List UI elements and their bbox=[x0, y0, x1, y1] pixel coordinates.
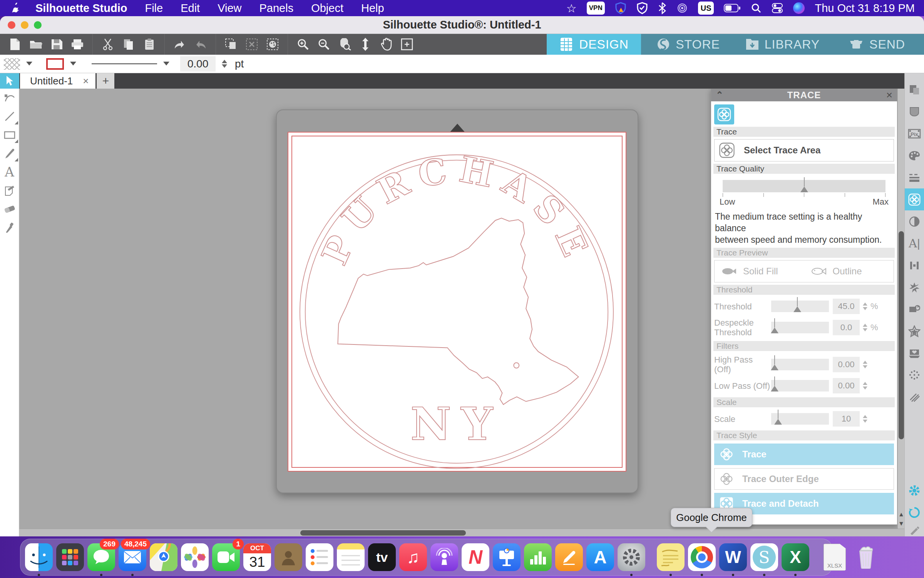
undo-icon[interactable] bbox=[173, 38, 186, 51]
dock-item-maps[interactable] bbox=[150, 541, 177, 573]
menu-view[interactable]: View bbox=[218, 2, 241, 15]
pan-hand-icon[interactable] bbox=[380, 38, 393, 51]
paste-in-front-icon[interactable] bbox=[224, 38, 238, 51]
text-style-panel-icon[interactable]: A| bbox=[905, 232, 924, 254]
stroke-dropdown-icon[interactable] bbox=[70, 62, 76, 69]
zoom-selection-icon[interactable] bbox=[338, 38, 351, 51]
scale-slider[interactable] bbox=[771, 413, 829, 425]
line-tool[interactable] bbox=[0, 107, 19, 126]
canvas-area[interactable]: PURCHASE NY ⌃ TRACE × bbox=[19, 89, 904, 529]
point-edit-tool[interactable] bbox=[0, 89, 19, 107]
print-icon[interactable] bbox=[71, 38, 84, 51]
fill-swatch-transparent[interactable] bbox=[4, 58, 20, 70]
siri-icon[interactable] bbox=[793, 2, 805, 14]
low-pass-slider[interactable] bbox=[771, 380, 829, 391]
airplay-icon[interactable] bbox=[676, 2, 688, 15]
shadow-panel-icon[interactable] bbox=[905, 210, 924, 232]
menu-file[interactable]: File bbox=[145, 2, 163, 15]
tab-design[interactable]: DESIGN bbox=[547, 34, 641, 55]
preferences-icon[interactable] bbox=[905, 479, 924, 501]
battery-icon[interactable] bbox=[724, 2, 741, 15]
paste-icon[interactable] bbox=[143, 38, 156, 51]
dock-item-appstore[interactable]: A bbox=[586, 541, 614, 573]
page-setup-icon[interactable] bbox=[905, 79, 924, 101]
menu-edit[interactable]: Edit bbox=[181, 2, 200, 15]
high-pass-slider[interactable] bbox=[771, 359, 829, 370]
new-document-icon[interactable] bbox=[8, 38, 22, 51]
close-document-icon[interactable]: × bbox=[83, 75, 89, 87]
vertical-scroll-thumb[interactable] bbox=[899, 231, 904, 439]
control-center-icon[interactable] bbox=[772, 2, 783, 15]
threshold-value[interactable]: 45.0 bbox=[833, 299, 860, 314]
sketch-notes-tool[interactable] bbox=[0, 181, 19, 200]
trace-style-trace-button[interactable]: Trace bbox=[714, 444, 894, 465]
dock-item-photos[interactable] bbox=[181, 541, 209, 573]
replicate-panel-icon[interactable] bbox=[905, 298, 924, 320]
dock-item-excel[interactable]: X bbox=[782, 541, 809, 573]
copy-icon[interactable] bbox=[122, 38, 135, 51]
fit-to-page-icon[interactable] bbox=[400, 38, 413, 51]
text-tool[interactable]: A bbox=[0, 163, 19, 181]
low-pass-stepper[interactable] bbox=[863, 380, 867, 392]
trace-quality-thumb[interactable] bbox=[800, 183, 808, 192]
dock-item-music[interactable]: ♫ bbox=[399, 541, 427, 573]
scroll-down-icon[interactable]: ▼ bbox=[898, 519, 904, 528]
send-to-device-icon[interactable] bbox=[905, 342, 924, 364]
fill-color-icon[interactable] bbox=[905, 144, 924, 166]
dock-item-calendar[interactable]: OCT31 bbox=[243, 541, 271, 573]
drag-zoom-icon[interactable] bbox=[359, 38, 372, 51]
menu-clock[interactable]: Thu Oct 31 8:19 PM bbox=[815, 2, 915, 15]
transform-panel-icon[interactable] bbox=[905, 254, 924, 276]
panel-close-icon[interactable]: × bbox=[886, 89, 892, 101]
dock-item-contacts[interactable] bbox=[275, 541, 302, 573]
dock-item-news[interactable]: N bbox=[462, 541, 489, 573]
sketch-panel-icon[interactable] bbox=[905, 386, 924, 408]
dock-item-stickies[interactable] bbox=[657, 541, 685, 573]
stroke-color-swatch[interactable] bbox=[46, 58, 64, 70]
offset-panel-icon[interactable] bbox=[905, 320, 924, 342]
vpn-status-icon[interactable]: VPN bbox=[587, 2, 605, 15]
trace-panel-icon[interactable] bbox=[905, 188, 924, 210]
tab-send[interactable]: SEND bbox=[830, 34, 924, 55]
line-style-dropdown-icon[interactable] bbox=[163, 62, 169, 69]
low-pass-value[interactable]: 0.00 bbox=[833, 378, 860, 393]
dock-item-launchpad[interactable] bbox=[56, 541, 84, 573]
traced-design[interactable]: PURCHASE NY bbox=[288, 133, 626, 471]
dock-item-reminders[interactable] bbox=[306, 541, 333, 573]
design-page[interactable]: PURCHASE NY bbox=[288, 132, 626, 472]
dock-item-numbers[interactable] bbox=[524, 541, 552, 573]
bluetooth-icon[interactable] bbox=[658, 2, 666, 15]
reset-icon[interactable] bbox=[905, 501, 924, 523]
vertical-scrollbar[interactable]: ▲ ▼ bbox=[897, 89, 904, 529]
menu-app-name[interactable]: Silhouette Studio bbox=[35, 2, 127, 15]
scale-value[interactable]: 10 bbox=[833, 411, 860, 427]
dock-item-keynote[interactable] bbox=[493, 541, 521, 573]
dock-item-settings[interactable] bbox=[618, 541, 645, 573]
despeckle-slider[interactable] bbox=[771, 322, 829, 333]
dock-item-chrome[interactable] bbox=[688, 541, 716, 573]
threshold-slider[interactable] bbox=[771, 301, 829, 312]
despeckle-stepper[interactable] bbox=[863, 321, 867, 334]
menu-help[interactable]: Help bbox=[361, 2, 384, 15]
trace-outer-edge-button[interactable]: Trace Outer Edge bbox=[714, 468, 894, 490]
dock-item-silhouette[interactable]: S bbox=[750, 541, 778, 573]
fill-dropdown-icon[interactable] bbox=[26, 62, 32, 69]
dock-item-notes[interactable] bbox=[337, 541, 365, 573]
dock-item-facetime[interactable]: 1 bbox=[212, 541, 240, 573]
scale-stepper[interactable] bbox=[863, 413, 867, 425]
dock-item-messages[interactable]: 269 bbox=[87, 541, 115, 573]
modify-panel-icon[interactable] bbox=[905, 276, 924, 298]
stipple-panel-icon[interactable] bbox=[905, 364, 924, 386]
select-tool[interactable] bbox=[0, 73, 19, 89]
apple-menu[interactable] bbox=[11, 2, 21, 14]
dock-item-mail[interactable]: 48,245 bbox=[119, 541, 146, 573]
trace-quality-slider[interactable] bbox=[723, 180, 886, 192]
despeckle-value[interactable]: 0.0 bbox=[833, 320, 860, 335]
menu-object[interactable]: Object bbox=[311, 2, 343, 15]
fill-selection-icon[interactable] bbox=[266, 38, 279, 51]
dock-item-podcasts[interactable] bbox=[430, 541, 458, 573]
dock-item-finder[interactable] bbox=[25, 541, 53, 573]
menu-panels[interactable]: Panels bbox=[259, 2, 294, 15]
threshold-stepper[interactable] bbox=[863, 300, 867, 313]
shield-check-icon[interactable] bbox=[636, 2, 648, 15]
